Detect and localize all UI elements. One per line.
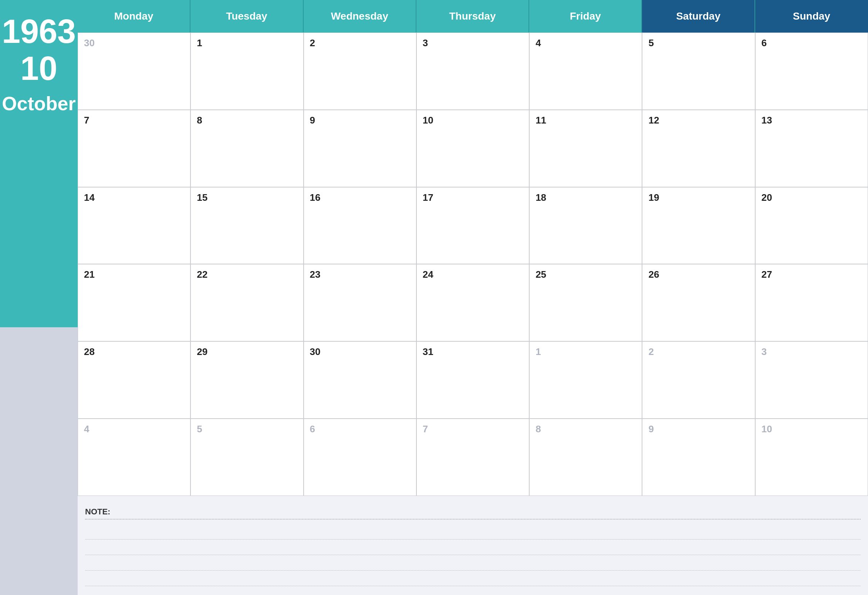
day-cell-week4-day1[interactable]: 29 — [190, 341, 303, 419]
day-cell-week3-day3[interactable]: 24 — [416, 264, 529, 341]
day-cell-week0-day0[interactable]: 30 — [78, 32, 190, 110]
day-cell-week1-day2[interactable]: 9 — [304, 110, 416, 187]
day-cell-week1-day5[interactable]: 12 — [642, 110, 755, 187]
day-number: 2 — [648, 346, 748, 357]
day-number: 30 — [84, 37, 184, 49]
day-cell-week4-day2[interactable]: 30 — [304, 341, 416, 419]
day-number: 2 — [310, 37, 410, 49]
day-cell-week1-day4[interactable]: 11 — [529, 110, 642, 187]
main-calendar: MondayTuesdayWednesdayThursdayFridaySatu… — [78, 0, 868, 595]
day-number: 18 — [536, 192, 636, 204]
calendar-wrapper: 1963 10 October MondayTuesdayWednesdayTh… — [0, 0, 868, 595]
day-cell-week4-day4[interactable]: 1 — [529, 341, 642, 419]
day-cell-week2-day6[interactable]: 20 — [755, 187, 868, 264]
day-cell-week5-day5[interactable]: 9 — [642, 419, 755, 496]
day-number: 26 — [648, 269, 748, 280]
day-number: 4 — [536, 37, 636, 49]
header-day-saturday: Saturday — [642, 0, 755, 32]
header-day-sunday: Sunday — [755, 0, 868, 32]
day-number: 15 — [197, 192, 297, 204]
day-cell-week1-day6[interactable]: 13 — [755, 110, 868, 187]
day-number: 1 — [197, 37, 297, 49]
day-cell-week5-day2[interactable]: 6 — [304, 419, 416, 496]
day-cell-week5-day4[interactable]: 8 — [529, 419, 642, 496]
day-cell-week2-day2[interactable]: 16 — [304, 187, 416, 264]
day-number: 8 — [536, 424, 636, 435]
sidebar-day: 10 — [20, 52, 57, 85]
day-number: 1 — [536, 346, 636, 357]
day-cell-week4-day3[interactable]: 31 — [416, 341, 529, 419]
day-cell-week0-day5[interactable]: 5 — [642, 32, 755, 110]
day-cell-week3-day6[interactable]: 27 — [755, 264, 868, 341]
day-number: 5 — [648, 37, 748, 49]
header-day-thursday: Thursday — [416, 0, 529, 32]
day-cell-week4-day0[interactable]: 28 — [78, 341, 190, 419]
day-number: 20 — [762, 192, 862, 204]
day-number: 17 — [423, 192, 523, 204]
day-cell-week3-day1[interactable]: 22 — [190, 264, 303, 341]
day-number: 21 — [84, 269, 184, 280]
notes-section: NOTE: — [78, 496, 868, 595]
day-cell-week3-day2[interactable]: 23 — [304, 264, 416, 341]
day-number: 9 — [310, 115, 410, 126]
day-cell-week4-day6[interactable]: 3 — [755, 341, 868, 419]
day-number: 11 — [536, 115, 636, 126]
day-number: 31 — [423, 346, 523, 357]
sidebar-year: 1963 — [2, 15, 76, 48]
day-number: 8 — [197, 115, 297, 126]
sidebar-month: October — [2, 93, 75, 115]
day-number: 10 — [423, 115, 523, 126]
day-number: 3 — [762, 346, 862, 357]
header-day-monday: Monday — [78, 0, 190, 32]
day-cell-week5-day6[interactable]: 10 — [755, 419, 868, 496]
day-number: 6 — [762, 37, 862, 49]
day-number: 5 — [197, 424, 297, 435]
day-number: 4 — [84, 424, 184, 435]
day-cell-week2-day0[interactable]: 14 — [78, 187, 190, 264]
header-day-friday: Friday — [529, 0, 642, 32]
day-number: 23 — [310, 269, 410, 280]
header-day-tuesday: Tuesday — [190, 0, 303, 32]
day-cell-week1-day3[interactable]: 10 — [416, 110, 529, 187]
note-line-3 — [85, 557, 861, 571]
day-cell-week2-day3[interactable]: 17 — [416, 187, 529, 264]
day-cell-week5-day3[interactable]: 7 — [416, 419, 529, 496]
calendar-header: MondayTuesdayWednesdayThursdayFridaySatu… — [78, 0, 868, 32]
day-cell-week3-day0[interactable]: 21 — [78, 264, 190, 341]
note-line-1 — [85, 526, 861, 539]
note-label: NOTE: — [85, 507, 861, 520]
day-cell-week2-day5[interactable]: 19 — [642, 187, 755, 264]
day-cell-week0-day3[interactable]: 3 — [416, 32, 529, 110]
header-day-wednesday: Wednesday — [304, 0, 416, 32]
day-number: 19 — [648, 192, 748, 204]
day-number: 3 — [423, 37, 523, 49]
day-number: 29 — [197, 346, 297, 357]
day-number: 28 — [84, 346, 184, 357]
day-number: 27 — [762, 269, 862, 280]
day-cell-week0-day1[interactable]: 1 — [190, 32, 303, 110]
day-cell-week1-day0[interactable]: 7 — [78, 110, 190, 187]
day-cell-week2-day1[interactable]: 15 — [190, 187, 303, 264]
day-number: 14 — [84, 192, 184, 204]
day-number: 25 — [536, 269, 636, 280]
day-cell-week3-day5[interactable]: 26 — [642, 264, 755, 341]
day-number: 13 — [762, 115, 862, 126]
day-cell-week2-day4[interactable]: 18 — [529, 187, 642, 264]
day-number: 30 — [310, 346, 410, 357]
day-number: 12 — [648, 115, 748, 126]
day-cell-week4-day5[interactable]: 2 — [642, 341, 755, 419]
day-cell-week0-day6[interactable]: 6 — [755, 32, 868, 110]
calendar-grid: 3012345678910111213141516171819202122232… — [78, 32, 868, 496]
day-cell-week3-day4[interactable]: 25 — [529, 264, 642, 341]
day-cell-week1-day1[interactable]: 8 — [190, 110, 303, 187]
note-line-2 — [85, 541, 861, 555]
day-cell-week5-day0[interactable]: 4 — [78, 419, 190, 496]
day-cell-week0-day4[interactable]: 4 — [529, 32, 642, 110]
day-cell-week0-day2[interactable]: 2 — [304, 32, 416, 110]
day-number: 16 — [310, 192, 410, 204]
note-line-4 — [85, 572, 861, 586]
sidebar: 1963 10 October — [0, 0, 78, 595]
day-number: 7 — [423, 424, 523, 435]
day-cell-week5-day1[interactable]: 5 — [190, 419, 303, 496]
day-number: 9 — [648, 424, 748, 435]
